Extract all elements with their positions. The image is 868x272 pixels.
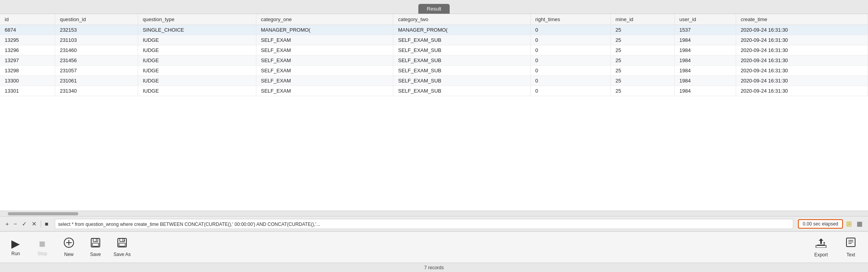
table-cell-6-4: SELF_EXAM_SUB (393, 86, 530, 96)
column-header-category_two: category_two (393, 14, 530, 25)
column-header-question_id: question_id (55, 14, 138, 25)
table-cell-5-5: 0 (530, 76, 610, 86)
table-cell-1-0: 13295 (0, 35, 55, 45)
table-cell-3-2: IUDGE (138, 55, 256, 66)
run-label: Run (11, 251, 20, 256)
table-cell-1-4: SELF_EXAM_SUB (393, 35, 530, 45)
svg-rect-4 (93, 238, 98, 242)
table-cell-0-4: MANAGER_PROMO( (393, 25, 530, 35)
export-button[interactable]: Export (810, 237, 832, 258)
svg-rect-9 (119, 243, 125, 246)
table-body: 6874232153SINGLE_CHOICEMANAGER_PROMO(MAN… (0, 25, 868, 96)
table-cell-5-7: 1984 (675, 76, 736, 86)
stop-icon: ■ (39, 238, 46, 249)
table-cell-5-8: 2020-09-24 16:31:30 (736, 76, 868, 86)
table-cell-0-0: 6874 (0, 25, 55, 35)
table-cell-2-8: 2020-09-24 16:31:30 (736, 45, 868, 55)
table-cell-2-6: 25 (610, 45, 674, 55)
export-icon (816, 237, 827, 251)
action-bar: ▶ Run ■ Stop New Save (0, 231, 868, 263)
table-cell-3-7: 1984 (675, 55, 736, 66)
table-cell-6-1: 231340 (55, 86, 138, 96)
table-row: 13296231460IUDGESELF_EXAMSELF_EXAM_SUB02… (0, 45, 868, 55)
table-view-icon[interactable]: ▦ (855, 219, 864, 228)
run-icon: ▶ (11, 238, 20, 249)
table-cell-4-5: 0 (530, 66, 610, 76)
table-cell-6-6: 25 (610, 86, 674, 96)
apply-button[interactable]: ✓ (20, 220, 29, 228)
svg-rect-5 (92, 243, 99, 246)
new-button[interactable]: New (59, 237, 78, 257)
column-header-category_one: category_one (256, 14, 393, 25)
run-button[interactable]: ▶ Run (6, 238, 25, 256)
result-table: idquestion_idquestion_typecategory_oneca… (0, 14, 868, 96)
table-cell-0-2: SINGLE_CHOICE (138, 25, 256, 35)
save-button[interactable]: Save (86, 237, 105, 257)
table-cell-1-7: 1984 (675, 35, 736, 45)
table-cell-6-2: IUDGE (138, 86, 256, 96)
table-cell-1-6: 25 (610, 35, 674, 45)
scrollbar-thumb[interactable] (8, 212, 78, 215)
column-header-mine_id: mine_id (610, 14, 674, 25)
table-row: 13301231340IUDGESELF_EXAMSELF_EXAM_SUB02… (0, 86, 868, 96)
remove-row-button[interactable]: − (12, 220, 19, 228)
table-row: 13295231103IUDGESELF_EXAMSELF_EXAM_SUB02… (0, 35, 868, 45)
save-icon (90, 237, 101, 250)
text-label: Text (846, 252, 855, 258)
table-cell-5-2: IUDGE (138, 76, 256, 86)
table-cell-4-1: 231057 (55, 66, 138, 76)
table-cell-1-3: SELF_EXAM (256, 35, 393, 45)
status-bar: 7 records (0, 263, 868, 272)
table-cell-3-3: SELF_EXAM (256, 55, 393, 66)
table-cell-3-6: 25 (610, 55, 674, 66)
table-header: idquestion_idquestion_typecategory_oneca… (0, 14, 868, 25)
result-tab-bar: Result (0, 0, 868, 14)
text-icon (845, 237, 856, 251)
table-cell-1-2: IUDGE (138, 35, 256, 45)
column-header-create_time: create_time (736, 14, 868, 25)
table-cell-4-8: 2020-09-24 16:31:30 (736, 66, 868, 76)
table-cell-6-7: 1984 (675, 86, 736, 96)
table-cell-6-3: SELF_EXAM (256, 86, 393, 96)
text-button[interactable]: Text (840, 237, 862, 258)
new-icon (63, 237, 74, 250)
discard-button[interactable]: ✕ (30, 220, 38, 228)
table-cell-2-7: 1984 (675, 45, 736, 55)
stop-query-button[interactable]: ■ (43, 220, 50, 228)
table-cell-2-4: SELF_EXAM_SUB (393, 45, 530, 55)
query-preview: select * from question_wrong where creat… (55, 219, 794, 229)
table-cell-2-1: 231460 (55, 45, 138, 55)
grid-view-icon[interactable]: ⊞ (845, 219, 854, 229)
result-tab[interactable]: Result (418, 4, 450, 14)
save-as-button[interactable]: + Save As (113, 237, 131, 257)
table-cell-0-6: 25 (610, 25, 674, 35)
table-cell-0-7: 1537 (675, 25, 736, 35)
table-cell-4-3: SELF_EXAM (256, 66, 393, 76)
table-cell-5-1: 231061 (55, 76, 138, 86)
records-count: 7 records (424, 265, 444, 270)
scrollbar-area[interactable] (0, 211, 868, 217)
table-cell-0-5: 0 (530, 25, 610, 35)
column-header-question_type: question_type (138, 14, 256, 25)
table-cell-2-5: 0 (530, 45, 610, 55)
table-cell-6-5: 0 (530, 86, 610, 96)
save-as-icon: + (117, 237, 128, 250)
table-cell-5-4: SELF_EXAM_SUB (393, 76, 530, 86)
column-header-right_times: right_times (530, 14, 610, 25)
table-row: 13300231061IUDGESELF_EXAMSELF_EXAM_SUB02… (0, 76, 868, 86)
table-cell-4-7: 1984 (675, 66, 736, 76)
table-row: 6874232153SINGLE_CHOICEMANAGER_PROMO(MAN… (0, 25, 868, 35)
table-cell-4-0: 13298 (0, 66, 55, 76)
table-cell-3-4: SELF_EXAM_SUB (393, 55, 530, 66)
column-header-id: id (0, 14, 55, 25)
table-cell-3-1: 231456 (55, 55, 138, 66)
stop-button[interactable]: ■ Stop (33, 238, 52, 256)
table-cell-5-6: 25 (610, 76, 674, 86)
table-cell-0-3: MANAGER_PROMO( (256, 25, 393, 35)
add-row-button[interactable]: + (4, 220, 11, 228)
table-cell-4-6: 25 (610, 66, 674, 76)
column-header-user_id: user_id (675, 14, 736, 25)
table-cell-2-3: SELF_EXAM (256, 45, 393, 55)
table-cell-3-5: 0 (530, 55, 610, 66)
table-cell-6-0: 13301 (0, 86, 55, 96)
